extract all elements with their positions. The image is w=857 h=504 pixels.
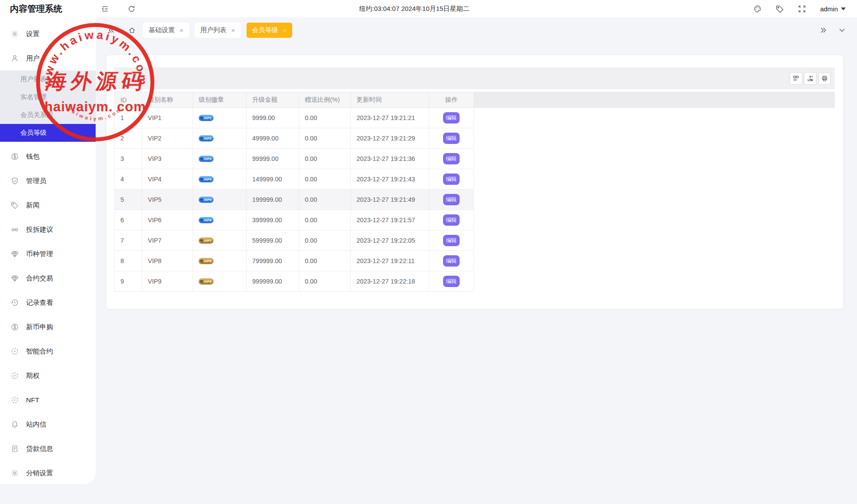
table-row-filler (474, 169, 835, 190)
print-icon (821, 75, 828, 82)
palette-button[interactable] (754, 5, 762, 13)
sidebar-item-币种管理[interactable]: 币种管理 (0, 242, 96, 266)
sidebar-item-用户[interactable]: 用户 (0, 46, 96, 70)
bell-icon (11, 421, 19, 428)
cell-amount: 99999.00 (247, 149, 299, 169)
cell-id: 3 (114, 149, 142, 169)
sidebar-subitem-label: 用户列表 (20, 75, 47, 83)
gem-icon (200, 239, 203, 243)
fullscreen-button[interactable] (798, 5, 806, 13)
vip-badge-icon: VIP4 (199, 176, 213, 182)
sidebar-item-投拆建议[interactable]: 投拆建议 (0, 217, 96, 242)
user-menu[interactable]: admin (820, 5, 846, 13)
sidebar-item-新币申购[interactable]: 新币申购 (0, 315, 96, 339)
edit-button[interactable]: 编辑 (443, 235, 460, 246)
tab-用户列表[interactable]: 用户列表× (195, 23, 241, 38)
sidebar-subitem-实名管理[interactable]: 实名管理 (0, 88, 96, 106)
cell-updated: 2023-12-27 19:21:29 (351, 128, 429, 149)
cell-id: 6 (114, 210, 142, 230)
cell-level-name: VIP9 (142, 271, 193, 292)
scroll-tabs-right-button[interactable] (820, 27, 827, 34)
sidebar-subitem-会员关系图[interactable]: 会员关系图 (0, 106, 96, 124)
gear-icon (11, 469, 19, 477)
close-icon[interactable]: × (231, 27, 235, 33)
sidebar-item-分销设置[interactable]: 分销设置 (0, 461, 96, 485)
edit-button[interactable]: 编辑 (443, 153, 460, 164)
sidebar-item-设置[interactable]: 设置 (0, 22, 96, 46)
collapse-menu-icon (101, 5, 109, 13)
user-name: admin (820, 5, 838, 13)
refresh-icon (127, 5, 136, 13)
cell-action: 编辑 (429, 128, 474, 149)
vip-badge-icon: VIP3 (199, 156, 213, 162)
export-button[interactable] (804, 72, 817, 85)
vip-badge-icon: VIP9 (199, 278, 213, 284)
sidebar-item-管理员[interactable]: 管理员 (0, 169, 96, 193)
sidebar-item-合约交易[interactable]: 合约交易 (0, 266, 96, 290)
diamond-icon (11, 274, 19, 282)
tab-bar-tabs: 基础设置×用户列表×会员等级× (143, 23, 292, 38)
tab-基础设置[interactable]: 基础设置× (143, 23, 189, 38)
edit-button[interactable]: 编辑 (443, 214, 460, 226)
vip-badge-icon: VIP7 (199, 237, 213, 244)
shield-check-icon (11, 177, 19, 185)
edit-button[interactable]: 编辑 (443, 255, 460, 267)
sidebar-subitem-会员等级[interactable]: 会员等级 (0, 124, 96, 142)
contract-circle-icon (11, 372, 19, 380)
collapse-menu-button[interactable] (101, 5, 109, 13)
tag-icon (11, 201, 19, 209)
chevron-down-icon (838, 27, 846, 34)
vip-badge-label: VIP7 (204, 239, 211, 243)
cell-level-name: VIP2 (142, 128, 193, 149)
sidebar-subitem-用户列表[interactable]: 用户列表 (0, 70, 96, 88)
home-button[interactable] (128, 27, 136, 34)
collapse-tabs-button[interactable] (108, 27, 115, 34)
table-row-filler (474, 251, 835, 271)
sidebar-item-label: 设置 (26, 30, 40, 39)
sidebar-item-记录查看[interactable]: 记录查看 (0, 290, 96, 315)
sidebar-item-新闻[interactable]: 新闻 (0, 193, 96, 217)
close-icon[interactable]: × (180, 27, 183, 33)
history-icon (11, 299, 19, 307)
sidebar-item-NFT[interactable]: NFT (0, 388, 96, 412)
cell-action: 编辑 (429, 251, 474, 271)
print-button[interactable] (818, 72, 831, 85)
vip-badge-icon: VIP6 (199, 217, 213, 223)
cell-level-name: VIP7 (142, 230, 193, 251)
sidebar-item-期权[interactable]: 期权 (0, 364, 96, 388)
close-icon[interactable]: × (283, 27, 287, 33)
document-icon (11, 445, 19, 453)
edit-button[interactable]: 编辑 (443, 133, 460, 144)
edit-button[interactable]: 编辑 (443, 112, 460, 123)
vip-badge-icon: VIP8 (199, 258, 213, 264)
sidebar-item-label: 记录查看 (26, 298, 53, 307)
cell-amount: 799999.00 (247, 251, 299, 271)
gem-icon (200, 137, 203, 140)
infinity-icon (11, 226, 19, 234)
sidebar-item-智能合约[interactable]: 智能合约 (0, 339, 96, 364)
sidebar-item-站内信[interactable]: 站内信 (0, 412, 96, 437)
cell-badge: VIP9 (193, 271, 247, 292)
sidebar-subitem-label: 会员关系图 (20, 111, 53, 119)
edit-button[interactable]: 编辑 (443, 194, 460, 205)
edit-button[interactable]: 编辑 (443, 276, 460, 287)
cell-action: 编辑 (429, 169, 474, 190)
cell-ratio: 0.00 (299, 108, 351, 128)
tab-bar: 基础设置×用户列表×会员等级× (96, 17, 857, 43)
refresh-button[interactable] (127, 5, 136, 13)
tab-会员等级[interactable]: 会员等级× (247, 23, 293, 38)
world-clock: 纽约:03:04:07 2024年10月15日星期二 (359, 0, 469, 17)
vip-badge-icon: VIP5 (199, 197, 213, 203)
tag-button[interactable] (776, 5, 784, 13)
cell-id: 1 (114, 108, 142, 128)
sidebar-item-钱包[interactable]: 钱包 (0, 144, 96, 169)
cell-badge: VIP3 (193, 149, 247, 169)
sidebar-item-贷款信息[interactable]: 贷款信息 (0, 437, 96, 461)
home-icon (128, 27, 136, 34)
edit-button[interactable]: 编辑 (443, 174, 460, 185)
tab-options-button[interactable] (838, 27, 846, 34)
columns-button[interactable] (790, 72, 802, 85)
table-row-filler (474, 128, 835, 149)
cell-ratio: 0.00 (299, 251, 351, 271)
cell-updated: 2023-12-27 19:21:36 (351, 149, 429, 169)
